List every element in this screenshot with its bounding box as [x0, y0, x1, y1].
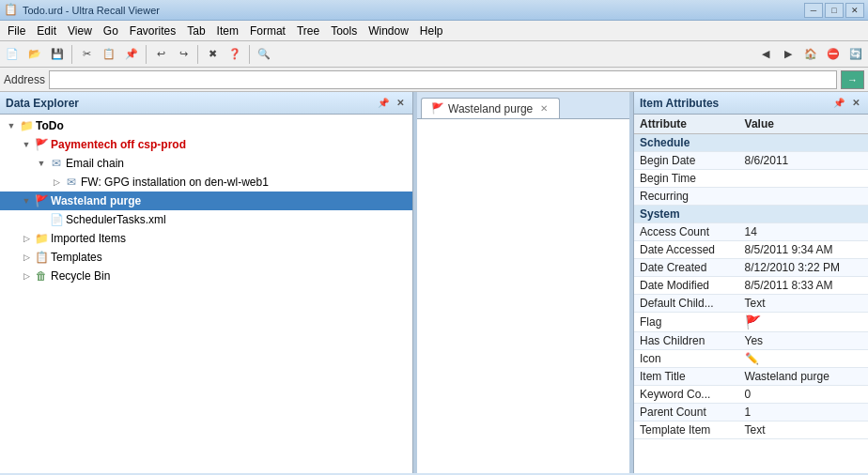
tree-item-email-chain[interactable]: ▼ ✉ Email chain: [0, 154, 412, 173]
content-panel: 🚩 Wasteland purge ✕: [417, 92, 629, 473]
maximize-button[interactable]: □: [825, 3, 844, 18]
attrs-close[interactable]: ✕: [849, 97, 862, 110]
expander-imported[interactable]: ▷: [19, 231, 34, 246]
attributes-header: Item Attributes 📌 ✕: [634, 92, 868, 115]
close-button[interactable]: ✕: [845, 3, 864, 18]
toolbar-stop[interactable]: ⛔: [823, 44, 844, 65]
menu-favorites[interactable]: Favorites: [124, 23, 181, 39]
address-go-button[interactable]: →: [841, 70, 864, 89]
expander-todo[interactable]: ▼: [4, 118, 19, 133]
label-scheduler: SchedulerTasks.xml: [66, 213, 166, 226]
menu-item[interactable]: Item: [211, 23, 244, 39]
expander-templates[interactable]: ▷: [19, 250, 34, 265]
icon-email-chain: ✉: [49, 156, 64, 171]
toolbar-delete[interactable]: ✖: [202, 44, 223, 65]
attr-accesscount-label: Access Count: [634, 223, 739, 241]
app-icon: 📋: [4, 3, 19, 18]
toolbar-paste[interactable]: 📌: [121, 44, 142, 65]
tree-item-todo[interactable]: ▼ 📁 ToDo: [0, 116, 412, 135]
icon-edit-icon: ✏️: [745, 352, 759, 365]
attrs-section-system: System: [634, 206, 868, 223]
toolbar-cut[interactable]: ✂: [76, 44, 97, 65]
toolbar-sep3: [197, 45, 198, 64]
attr-recurring-value: [739, 188, 868, 206]
flag-icon: 🚩: [745, 314, 761, 329]
attr-haschildren-value: Yes: [739, 332, 868, 350]
attributes-scroll[interactable]: Attribute Value Schedule Begin Date 8/6/…: [634, 115, 868, 473]
menu-edit[interactable]: Edit: [31, 23, 62, 39]
toolbar-save[interactable]: 💾: [47, 44, 68, 65]
menu-file[interactable]: File: [2, 23, 31, 39]
menubar: File Edit View Go Favorites Tab Item For…: [0, 21, 868, 41]
tree-item-recycle[interactable]: ▷ 🗑 Recycle Bin: [0, 267, 412, 285]
menu-tools[interactable]: Tools: [325, 23, 363, 39]
data-explorer-header: Data Explorer 📌 ✕: [0, 92, 412, 115]
attrs-row-keywordco: Keyword Co... 0: [634, 386, 868, 404]
menu-view[interactable]: View: [62, 23, 98, 39]
data-explorer-pin[interactable]: 📌: [377, 97, 390, 110]
menu-format[interactable]: Format: [244, 23, 291, 39]
expander-scheduler[interactable]: [34, 212, 49, 227]
toolbar: 📄 📂 💾 ✂ 📋 📌 ↩ ↪ ✖ ❓ 🔍 ◀ ▶ 🏠 ⛔ 🔄: [0, 41, 868, 68]
toolbar-refresh[interactable]: 🔄: [845, 44, 866, 65]
expander-email-chain[interactable]: ▼: [34, 156, 49, 171]
menu-window[interactable]: Window: [363, 23, 414, 39]
tree-area[interactable]: ▼ 📁 ToDo ▼ 🚩 Paymentech off csp-prod ▼ ✉…: [0, 115, 412, 473]
attr-defaultchild-value: Text: [739, 295, 868, 313]
menu-go[interactable]: Go: [98, 23, 124, 39]
data-explorer-close[interactable]: ✕: [394, 97, 407, 110]
attr-datecreated-value: 8/12/2010 3:22 PM: [739, 259, 868, 277]
attr-icon-value: ✏️: [739, 350, 868, 368]
attrs-row-accesscount: Access Count 14: [634, 223, 868, 241]
toolbar-open[interactable]: 📂: [24, 44, 45, 65]
expander-recycle[interactable]: ▷: [19, 268, 34, 283]
attr-parentcount-label: Parent Count: [634, 404, 739, 421]
titlebar-title: Todo.urd - Ultra Recall Viewer: [23, 5, 804, 16]
tab-wasteland[interactable]: 🚩 Wasteland purge ✕: [421, 98, 560, 118]
minimize-button[interactable]: ─: [804, 3, 823, 18]
toolbar-new[interactable]: 📄: [2, 44, 23, 65]
menu-tree[interactable]: Tree: [291, 23, 325, 39]
toolbar-help[interactable]: ❓: [225, 44, 245, 65]
tree-item-fw-gpg[interactable]: ▷ ✉ FW: GPG installation on den-wl-web1: [0, 173, 412, 192]
tree-item-wasteland[interactable]: ▼ 🚩 Wasteland purge: [0, 192, 412, 210]
attr-dateaccessed-label: Date Accessed: [634, 241, 739, 259]
attributes-title: Item Attributes: [640, 97, 829, 110]
attrs-pin[interactable]: 📌: [832, 97, 845, 110]
attrs-row-templateitem: Template Item Text: [634, 421, 868, 439]
expander-wasteland[interactable]: ▼: [19, 193, 34, 208]
attr-defaultchild-label: Default Child...: [634, 295, 739, 313]
tab-bar: 🚩 Wasteland purge ✕: [417, 92, 629, 118]
toolbar-back[interactable]: ◀: [755, 44, 776, 65]
attr-flag-value: 🚩: [739, 313, 868, 332]
icon-imported: 📁: [34, 231, 49, 246]
toolbar-redo[interactable]: ↪: [173, 44, 194, 65]
menu-tab[interactable]: Tab: [181, 23, 210, 39]
expander-fw-gpg[interactable]: ▷: [49, 175, 64, 190]
attrs-row-begindate: Begin Date 8/6/2011: [634, 152, 868, 170]
tab-close-wasteland[interactable]: ✕: [538, 103, 550, 115]
address-input[interactable]: [49, 70, 837, 89]
toolbar-copy[interactable]: 📋: [99, 44, 119, 65]
toolbar-sep1: [71, 45, 72, 64]
attr-haschildren-label: Has Children: [634, 332, 739, 350]
attr-keywordco-label: Keyword Co...: [634, 386, 739, 404]
toolbar-forward[interactable]: ▶: [778, 44, 798, 65]
toolbar-home[interactable]: 🏠: [800, 44, 821, 65]
attr-icon-label: Icon: [634, 350, 739, 368]
label-todo: ToDo: [36, 119, 64, 132]
attr-datemodified-label: Date Modified: [634, 277, 739, 295]
attributes-panel: Item Attributes 📌 ✕ Attribute Value Sche…: [633, 92, 868, 473]
tree-item-imported[interactable]: ▷ 📁 Imported Items: [0, 229, 412, 248]
expander-paymentech[interactable]: ▼: [19, 137, 34, 152]
menu-help[interactable]: Help: [414, 23, 449, 39]
tree-item-paymentech[interactable]: ▼ 🚩 Paymentech off csp-prod: [0, 135, 412, 154]
tree-item-templates[interactable]: ▷ 📋 Templates: [0, 248, 412, 267]
attr-dateaccessed-value: 8/5/2011 9:34 AM: [739, 241, 868, 259]
attr-recurring-label: Recurring: [634, 188, 739, 206]
tree-item-scheduler[interactable]: 📄 SchedulerTasks.xml: [0, 210, 412, 229]
toolbar-search[interactable]: 🔍: [254, 44, 274, 65]
attr-itemtitle-value: Wasteland purge: [739, 368, 868, 386]
attr-templateitem-label: Template Item: [634, 421, 739, 439]
toolbar-undo[interactable]: ↩: [150, 44, 171, 65]
